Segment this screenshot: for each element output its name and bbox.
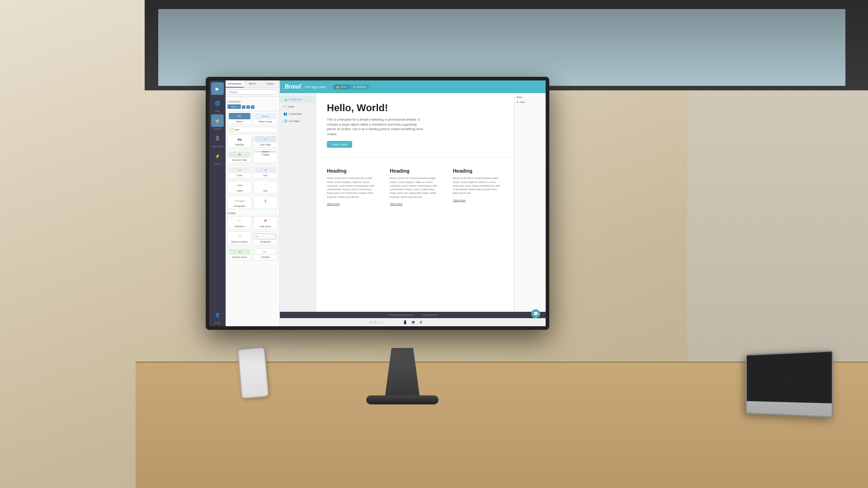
inbox-item[interactable]: Inbox (516, 95, 544, 100)
footer-copyright: Copyright 2017 (422, 314, 438, 316)
feature-2-text: Donec id elit non mi porta gravida at eg… (390, 176, 440, 199)
component-button-group[interactable]: Btn Grp Button Group (253, 111, 278, 125)
hero-cta-button[interactable]: Learn more (327, 141, 352, 148)
component-data-table-label: Data Table (260, 143, 271, 146)
nav-dashboard[interactable]: 📊 Dashboard (280, 96, 316, 103)
component-data-table[interactable]: ≡ Data Table (253, 134, 278, 148)
settings-icon: ⚙ (353, 85, 355, 89)
tablet-device-icon[interactable]: 💻 (411, 320, 415, 324)
nav-ice-lollies-label: Ice lollies (289, 120, 300, 122)
textfield-preview: abc... (255, 249, 276, 255)
component-textfield-label: Textfield (261, 256, 269, 258)
component-dynamic-table[interactable]: ⚙≡ Dynamic Table (227, 150, 252, 163)
tab-blocks[interactable]: Blocks (244, 80, 262, 88)
component-grid-5: Label Label ♡ Like (227, 180, 278, 194)
num-badge-3: 3 (251, 105, 255, 109)
laptop-object: ... (745, 350, 833, 418)
num-badge-2: 2 (246, 105, 250, 109)
component-dropdown[interactable]: ▼ Dropdown (253, 231, 278, 245)
nav-customers[interactable]: 👥 Customers (280, 110, 316, 117)
component-code[interactable]: </> Code (227, 165, 252, 178)
main-canvas: Brand Your app name 🏠 Home ⚙ Settings (280, 80, 546, 326)
filter-button[interactable]: ▼ Filter (516, 100, 544, 104)
toolbar-web-group: 🌐 Web (211, 97, 224, 113)
feature-1-link[interactable]: View more (327, 202, 340, 205)
toolbar-web-icon[interactable]: 🌐 (211, 97, 224, 109)
component-date-picker[interactable]: 📅 Date picker (253, 216, 278, 230)
toolbar-actions-group: ⚡ Actions (211, 150, 224, 165)
toolbar-datamodel-icon[interactable]: 🗄 (211, 132, 224, 145)
form-grid-2: 🕐 Date time picker ▼ Dropdown (227, 231, 278, 245)
toolbar-builder-icon[interactable]: ⚡ (211, 114, 224, 127)
dynamic-forms-preview: ⚙ (229, 249, 250, 255)
nav-settings[interactable]: ⚙ Settings (350, 84, 369, 89)
component-label[interactable]: Label Label (227, 180, 252, 194)
features-section: Heading Donec id elit non mi porta gravi… (316, 157, 514, 216)
component-like[interactable]: ♡ Like (253, 180, 278, 194)
feature-card-3: Heading Donec id elit non mi porta gravi… (449, 164, 507, 209)
hero-title: Hello, World! (327, 102, 503, 114)
toolbar-actions-icon[interactable]: ⚡ (211, 150, 224, 162)
nav-home-label: Home (340, 85, 347, 88)
component-grid-6: ¶ Paragraph Paragraph 1 (227, 196, 278, 209)
component-dynamic-forms[interactable]: ⚙ Dynamic forms (227, 247, 252, 260)
desktop-device-icon[interactable]: 🖥 (419, 320, 423, 324)
component-num-1[interactable]: 1 (253, 196, 278, 209)
button-group-preview: Btn Grp (255, 113, 276, 119)
feature-card-2: Heading Donec id elit non mi porta gravi… (386, 164, 443, 209)
nav-home[interactable]: 🏠 Home (333, 84, 350, 89)
panel-tabs: Components Blocks Button (226, 80, 279, 88)
nav-customers-label: Customers (289, 113, 302, 115)
component-button-group-label: Button Group (259, 120, 272, 123)
component-datetime-picker[interactable]: 🕐 Date time picker (227, 231, 252, 245)
component-checkbox[interactable]: ☐ Checkbox (227, 216, 252, 230)
component-like-label: Like (263, 189, 267, 192)
icon-preview: ★ (255, 167, 276, 173)
toolbar-play-icon[interactable]: ▶ (211, 82, 224, 95)
component-search-input[interactable] (227, 89, 278, 95)
component-date-picker-label: Date picker (259, 225, 271, 228)
feature-1-text: Donec id elit non mi porta gravida at eg… (327, 176, 377, 199)
nav-dashboard-label: Dashboard (289, 98, 302, 101)
component-label-label: Label (237, 189, 242, 192)
toolbar-builder-group: ⚡ Builder (211, 114, 224, 130)
toolbar-profile-icon[interactable]: 👤 (211, 309, 224, 321)
nav-tasks[interactable]: ✓ Tasks (280, 103, 316, 110)
component-alert[interactable]: Alert (227, 127, 278, 133)
chat-bubble-button[interactable]: 💬 (531, 309, 540, 318)
component-grid-4: </> Code ★ Icon (227, 165, 278, 178)
component-icon-label: Icon (263, 174, 267, 177)
component-dynamic-table-label: Dynamic Table (232, 159, 247, 161)
component-icon[interactable]: ★ Icon (253, 165, 278, 178)
content-area: 📊 Dashboard ✓ Tasks 👥 Customers 🧊 (280, 93, 546, 312)
component-trading[interactable]: Trading (253, 150, 278, 163)
alert-icon (230, 128, 233, 131)
form-grid-3: ⚙ Dynamic forms abc... Textfield (227, 247, 278, 260)
component-alert-label: Alert (235, 128, 239, 131)
nav-ice-lollies[interactable]: 🧊 Ice lollies (280, 117, 316, 125)
room-wall (687, 90, 868, 361)
component-grid-1: Btn Button Btn Grp Button Group (227, 111, 278, 125)
tab-components[interactable]: Components (226, 80, 244, 88)
component-paragraph[interactable]: ¶ Paragraph Paragraph (227, 196, 252, 209)
toolbar-profile-label: Profile (214, 322, 221, 324)
component-dynamic-forms-label: Dynamic forms (232, 256, 247, 258)
mobile-device-icon[interactable]: 📱 (403, 320, 407, 324)
feature-2-heading: Heading (390, 168, 440, 174)
datetime-picker-preview: 🕐 (229, 233, 250, 239)
like-preview: ♡ (255, 182, 276, 188)
hero-description: This is a template for a simple marketin… (327, 117, 426, 136)
component-grid-2: Aa Heading ≡ Data Table (227, 134, 278, 148)
hero-section: Hello, World! This is a template for a s… (316, 93, 514, 157)
tab-button[interactable]: Button (261, 80, 279, 88)
feature-3-text: Donec id elit non mi porta gravida at eg… (453, 176, 503, 195)
component-heading[interactable]: Aa Heading (227, 134, 252, 148)
bottom-toolbar: 📱 💻 🖥 (280, 318, 546, 326)
footer-powered-by: Powered by Betty Blocks (388, 314, 413, 316)
monitor-base (366, 395, 439, 404)
toolbar-web-label: Web (215, 110, 220, 113)
component-textfield[interactable]: abc... Textfield (253, 247, 278, 260)
feature-3-link[interactable]: View more (453, 199, 466, 202)
component-button[interactable]: Btn Button (227, 111, 252, 125)
feature-2-link[interactable]: View more (390, 202, 402, 205)
